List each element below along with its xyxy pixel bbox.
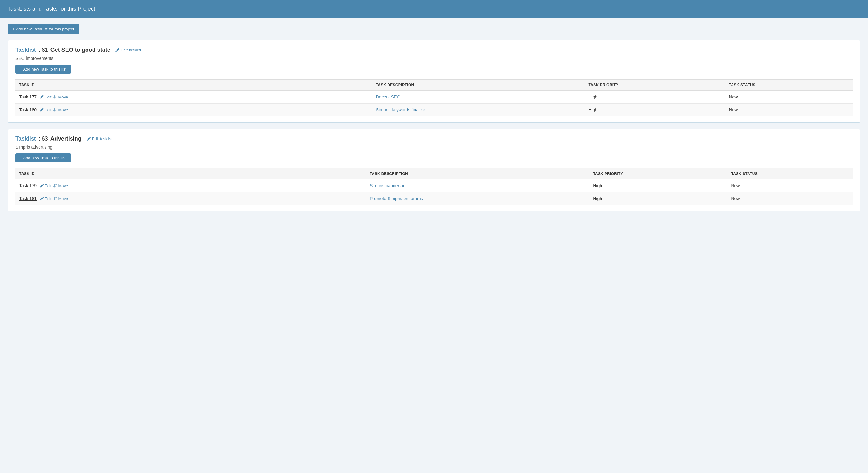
table-row: Task 179 Edit MoveSimpris banner adHighN…: [16, 179, 852, 192]
tasklist-header-63: Tasklist : 63 Advertising Edit tasklist: [16, 136, 852, 142]
tasklist-description-63: Simpris advertising: [16, 145, 852, 150]
table-header-task-priority: TASK PRIORITY: [589, 169, 727, 179]
task-status-cell-177: New: [725, 91, 852, 104]
task-description-link-181[interactable]: Promote Simpris on forums: [370, 196, 423, 201]
task-description-link-177[interactable]: Decent SEO: [376, 94, 400, 99]
task-edit-link-177[interactable]: Edit: [40, 95, 52, 99]
task-move-link-181[interactable]: Move: [53, 196, 68, 201]
table-header-task-status: TASK STATUS: [727, 169, 852, 179]
add-task-button-61[interactable]: + Add new Task to this list: [16, 65, 71, 74]
task-description-cell-177: Decent SEO: [372, 91, 585, 104]
tasklist-container: Tasklist : 61 Get SEO to good state Edit…: [7, 40, 861, 211]
edit-tasklist-link-63[interactable]: Edit tasklist: [87, 137, 113, 141]
page-title: TaskLists and Tasks for this Project: [7, 6, 95, 12]
task-actions-177: Edit Move: [40, 95, 68, 99]
task-description-cell-181: Promote Simpris on forums: [366, 192, 589, 205]
task-priority-cell-180: High: [585, 104, 725, 116]
task-status-cell-180: New: [725, 104, 852, 116]
task-description-link-180[interactable]: Simpris keywords finalize: [376, 107, 425, 112]
task-link-180[interactable]: Task 180: [19, 107, 37, 112]
tasklist-title-link-63[interactable]: Tasklist: [16, 136, 36, 142]
tasklist-name-61: Get SEO to good state: [51, 47, 111, 53]
task-link-177[interactable]: Task 177: [19, 94, 37, 99]
tasklist-card-61: Tasklist : 61 Get SEO to good state Edit…: [7, 40, 861, 123]
tasks-table-63: TASK IDTASK DESCRIPTIONTASK PRIORITYTASK…: [16, 168, 852, 205]
tasks-table-61: TASK IDTASK DESCRIPTIONTASK PRIORITYTASK…: [16, 79, 852, 116]
task-link-181[interactable]: Task 181: [19, 196, 37, 201]
task-move-link-179[interactable]: Move: [53, 183, 68, 188]
tasklist-title-link-61[interactable]: Tasklist: [16, 47, 36, 53]
table-row: Task 177 Edit MoveDecent SEOHighNew: [16, 91, 852, 104]
tasklist-card-63: Tasklist : 63 Advertising Edit tasklistS…: [7, 129, 861, 211]
edit-tasklist-link-61[interactable]: Edit tasklist: [115, 48, 142, 52]
task-priority-cell-177: High: [585, 91, 725, 104]
task-priority-cell-181: High: [589, 192, 727, 205]
add-task-button-63[interactable]: + Add new Task to this list: [16, 153, 71, 162]
table-header-task-id: TASK ID: [16, 80, 372, 91]
page-content: + Add new TaskList for this project Task…: [0, 18, 868, 224]
table-header-task-description: TASK DESCRIPTION: [372, 80, 585, 91]
tasklist-separator-63: : 63: [38, 136, 48, 142]
table-row: Task 181 Edit MovePromote Simpris on for…: [16, 192, 852, 205]
task-id-cell-177: Task 177 Edit Move: [16, 91, 372, 104]
table-header-task-status: TASK STATUS: [725, 80, 852, 91]
table-header-task-description: TASK DESCRIPTION: [366, 169, 589, 179]
table-header-task-id: TASK ID: [16, 169, 366, 179]
task-edit-link-181[interactable]: Edit: [40, 196, 52, 201]
task-actions-179: Edit Move: [40, 183, 68, 188]
task-id-cell-181: Task 181 Edit Move: [16, 192, 366, 205]
task-id-cell-180: Task 180 Edit Move: [16, 104, 372, 116]
task-id-cell-179: Task 179 Edit Move: [16, 179, 366, 192]
task-link-179[interactable]: Task 179: [19, 183, 37, 188]
task-status-cell-179: New: [727, 179, 852, 192]
task-edit-link-180[interactable]: Edit: [40, 108, 52, 112]
task-status-cell-181: New: [727, 192, 852, 205]
task-description-cell-180: Simpris keywords finalize: [372, 104, 585, 116]
tasklist-name-63: Advertising: [51, 136, 82, 142]
tasklist-description-61: SEO improvements: [16, 56, 852, 61]
add-tasklist-button[interactable]: + Add new TaskList for this project: [7, 24, 79, 34]
tasklist-header-61: Tasklist : 61 Get SEO to good state Edit…: [16, 47, 852, 53]
tasklist-separator-61: : 61: [38, 47, 48, 53]
task-actions-180: Edit Move: [40, 108, 68, 112]
table-row: Task 180 Edit MoveSimpris keywords final…: [16, 104, 852, 116]
table-header-task-priority: TASK PRIORITY: [585, 80, 725, 91]
page-header: TaskLists and Tasks for this Project: [0, 0, 868, 18]
task-description-link-179[interactable]: Simpris banner ad: [370, 183, 405, 188]
task-priority-cell-179: High: [589, 179, 727, 192]
task-move-link-177[interactable]: Move: [53, 95, 68, 99]
task-move-link-180[interactable]: Move: [53, 108, 68, 112]
task-edit-link-179[interactable]: Edit: [40, 183, 52, 188]
task-description-cell-179: Simpris banner ad: [366, 179, 589, 192]
task-actions-181: Edit Move: [40, 196, 68, 201]
